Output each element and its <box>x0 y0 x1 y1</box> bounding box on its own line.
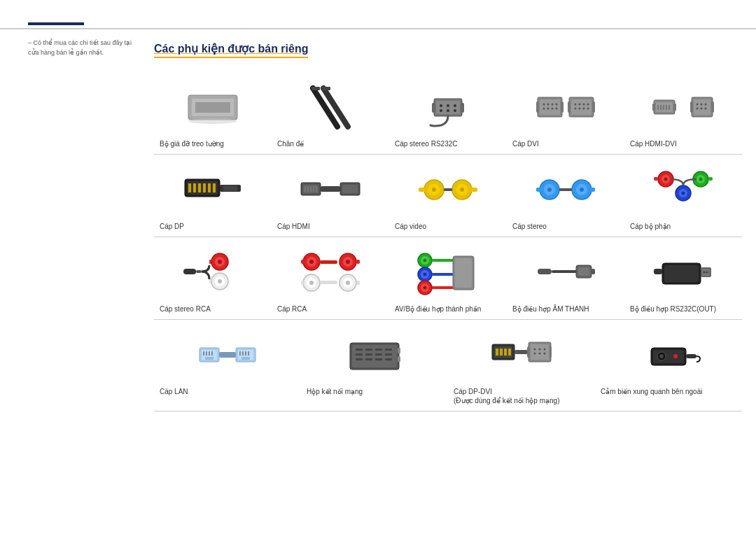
svg-rect-152 <box>538 269 552 274</box>
item-label-bo-dieu-hop-rs232c: Bộ điều hợp RS232C(OUT) <box>630 304 716 314</box>
svg-rect-148 <box>432 273 453 276</box>
item-av-bo-dieu-hop: AV/Bộ điều hợp thành phần <box>389 237 507 320</box>
svg-rect-151 <box>455 258 472 288</box>
svg-rect-28 <box>536 101 539 113</box>
svg-rect-158 <box>664 265 699 282</box>
svg-rect-31 <box>571 99 592 115</box>
svg-rect-123 <box>301 260 304 264</box>
svg-rect-129 <box>320 281 337 284</box>
svg-rect-175 <box>239 351 241 356</box>
svg-rect-159 <box>654 269 662 274</box>
svg-rect-171 <box>219 352 236 358</box>
item-label-hop-ket-noi-mang: Hộp kết nối mạng <box>307 387 363 396</box>
svg-point-33 <box>579 103 581 105</box>
svg-rect-111 <box>196 270 202 273</box>
item-image-cap-stereo-rca <box>160 244 266 300</box>
svg-rect-168 <box>206 351 207 356</box>
svg-point-96 <box>580 188 584 192</box>
left-accent-bar <box>28 22 84 25</box>
svg-point-12 <box>454 104 456 107</box>
svg-rect-155 <box>578 267 589 276</box>
item-cap-hdmi-dvi: Cáp HDMI-DVI <box>624 72 742 155</box>
item-image-cap-video <box>395 162 501 218</box>
item-image-bo-dieu-hop-rs232c <box>630 244 736 300</box>
svg-point-56 <box>696 107 699 109</box>
svg-rect-133 <box>356 260 360 264</box>
item-label-cap-hdmi-dvi: Cáp HDMI-DVI <box>630 139 677 148</box>
svg-rect-64 <box>193 183 196 192</box>
svg-rect-182 <box>365 349 372 351</box>
svg-point-37 <box>579 107 581 109</box>
row-3-grid: Cáp stereo RCA <box>154 237 742 320</box>
item-label-cap-dp-dvi: Cáp DP-DVI (Được dùng để kết nối hộp mạn… <box>454 387 560 405</box>
svg-rect-2 <box>195 102 230 113</box>
svg-rect-201 <box>514 350 528 354</box>
svg-point-204 <box>534 349 536 351</box>
svg-rect-198 <box>500 349 503 356</box>
svg-point-35 <box>587 103 589 105</box>
item-label-cap-bo-phan: Cáp bộ phận <box>630 222 671 231</box>
svg-point-22 <box>552 103 554 105</box>
svg-rect-211 <box>550 346 552 358</box>
item-image-hop-ket-noi-mang <box>307 327 442 383</box>
svg-point-143 <box>424 273 427 276</box>
svg-rect-40 <box>568 101 570 113</box>
svg-point-101 <box>664 178 668 181</box>
svg-point-163 <box>706 272 708 274</box>
item-image-cap-hdmi-dvi <box>630 79 736 135</box>
svg-point-108 <box>699 178 703 181</box>
svg-point-54 <box>701 103 703 105</box>
svg-point-205 <box>539 349 541 351</box>
svg-point-57 <box>701 107 703 109</box>
item-image-cap-bo-phan <box>630 162 736 218</box>
row-4-grid: Cáp LAN <box>154 320 742 412</box>
item-bo-dieu-hop-rs232c: Bộ điều hợp RS232C(OUT) <box>624 237 742 320</box>
item-label-cap-stereo-rca: Cáp stereo RCA <box>160 304 211 314</box>
svg-rect-137 <box>356 281 360 285</box>
svg-rect-183 <box>375 349 382 351</box>
svg-rect-75 <box>342 185 358 193</box>
item-label-cap-video: Cáp video <box>395 222 426 231</box>
svg-rect-169 <box>209 351 210 356</box>
svg-rect-88 <box>470 188 477 192</box>
svg-rect-197 <box>496 349 498 356</box>
item-image-cap-dp-dvi <box>454 327 589 383</box>
sidebar-dash: – <box>28 39 31 46</box>
svg-point-11 <box>447 104 449 107</box>
item-image-cam-bien-xung-quanh <box>601 327 736 383</box>
svg-point-34 <box>583 103 585 105</box>
svg-rect-119 <box>209 279 211 283</box>
svg-rect-60 <box>711 101 714 113</box>
sidebar: – Có thể mua các chi tiết sau đây tại cử… <box>28 38 140 57</box>
item-label-cap-hdmi: Cáp HDMI <box>277 222 310 231</box>
item-image-cap-dp <box>160 162 266 218</box>
svg-rect-192 <box>385 358 392 360</box>
item-image-cap-rca <box>277 244 384 300</box>
svg-rect-203 <box>531 344 549 360</box>
svg-point-162 <box>704 272 706 274</box>
page-title: Các phụ kiện được bán riêng <box>154 42 308 58</box>
item-image-cap-lan <box>160 327 295 383</box>
svg-rect-29 <box>561 101 564 113</box>
row-1-grid: Bộ giá đỡ treo tường Chân đế <box>154 72 742 155</box>
svg-rect-188 <box>385 353 392 356</box>
svg-rect-199 <box>504 349 507 356</box>
svg-point-146 <box>424 286 427 290</box>
item-image-av-bo-dieu-hop <box>395 244 501 300</box>
svg-rect-187 <box>375 353 382 356</box>
item-cam-bien-xung-quanh: Cảm biến xung quanh bên ngoài <box>595 320 742 412</box>
svg-rect-127 <box>301 281 304 285</box>
svg-rect-147 <box>432 259 453 262</box>
item-cap-stereo: Cáp stereo <box>507 155 624 237</box>
item-label-cap-stereo-rs232c: Cáp stereo RS232C <box>395 139 458 148</box>
item-label-cap-rca: Cáp RCA <box>277 304 307 314</box>
svg-rect-84 <box>419 188 426 192</box>
svg-rect-115 <box>209 260 211 264</box>
svg-point-32 <box>575 103 577 105</box>
item-label-cap-lan: Cáp LAN <box>160 387 188 396</box>
svg-point-55 <box>705 103 707 105</box>
svg-point-216 <box>673 354 678 358</box>
item-bo-gia-do: Bộ giá đỡ treo tường <box>154 72 272 155</box>
svg-rect-210 <box>527 346 530 358</box>
svg-rect-190 <box>365 358 372 360</box>
